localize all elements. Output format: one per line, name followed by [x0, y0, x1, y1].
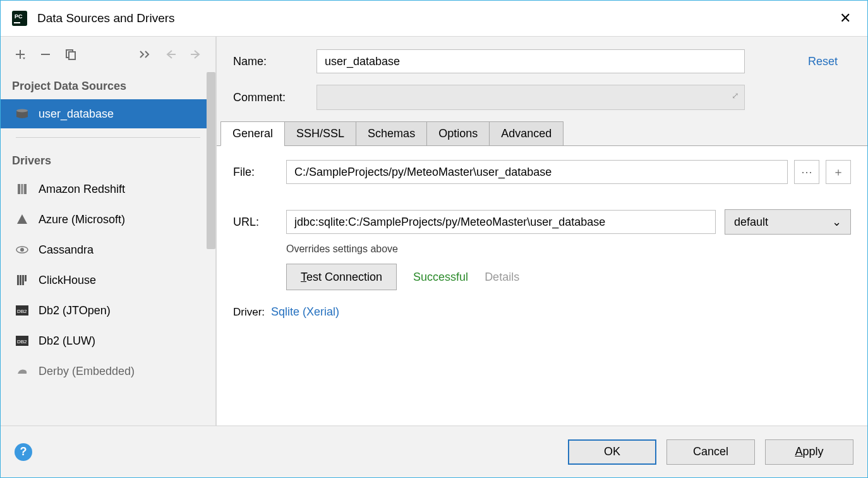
svg-text:DB2: DB2 [17, 339, 27, 345]
driver-label: Amazon Redshift [39, 183, 125, 196]
svg-rect-8 [18, 184, 20, 194]
svg-point-12 [20, 248, 24, 252]
svg-rect-14 [20, 275, 21, 285]
browse-button[interactable]: ⋯ [794, 160, 819, 184]
name-label: Name: [233, 55, 316, 68]
driver-label: Db2 (JTOpen) [39, 304, 111, 317]
name-input[interactable] [316, 49, 745, 73]
svg-point-7 [16, 109, 28, 113]
svg-rect-15 [22, 275, 24, 285]
driver-label: Derby (Embedded) [39, 365, 135, 378]
sidebar-scrollbar[interactable] [207, 72, 215, 249]
back-icon [160, 44, 181, 65]
forward-icon [185, 44, 207, 65]
comment-label: Comment: [233, 91, 316, 104]
drivers-list: Amazon Redshift Azure (Microsoft) Cassan… [1, 174, 215, 386]
redshift-icon [15, 183, 30, 195]
driver-item-derby[interactable]: Derby (Embedded) [1, 356, 215, 386]
svg-text:DB2: DB2 [17, 309, 27, 314]
file-input[interactable] [286, 160, 788, 184]
driver-label: ClickHouse [39, 274, 96, 287]
driver-label: Driver: [233, 306, 265, 319]
svg-rect-3 [14, 22, 20, 23]
data-source-item[interactable]: user_database [1, 99, 215, 128]
cassandra-icon [15, 243, 30, 256]
comment-input[interactable]: ⤢ [316, 85, 745, 110]
derby-icon [15, 365, 30, 377]
driver-label: Db2 (LUW) [39, 334, 95, 348]
driver-label: Azure (Microsoft) [39, 213, 125, 226]
url-hint: Overrides settings above [286, 243, 851, 255]
reset-link[interactable]: Reset [808, 55, 838, 68]
copy-icon[interactable] [60, 44, 81, 65]
window-title: Data Sources and Drivers [37, 11, 835, 25]
close-icon[interactable]: ✕ [835, 8, 856, 29]
clickhouse-icon [15, 274, 30, 286]
test-connection-button[interactable]: Test Connection [286, 264, 397, 290]
tab-sshssl[interactable]: SSH/SSL [284, 121, 356, 146]
svg-text:PC: PC [15, 13, 23, 20]
content-panel: Name: Reset Comment: ⤢ General SSH/SSL S… [215, 36, 867, 426]
driver-item-clickhouse[interactable]: ClickHouse [1, 265, 215, 295]
url-label: URL: [233, 216, 286, 229]
tab-schemas[interactable]: Schemas [356, 121, 427, 146]
svg-rect-9 [21, 184, 23, 194]
driver-item-azure[interactable]: Azure (Microsoft) [1, 204, 215, 235]
apply-button[interactable]: Apply [765, 439, 853, 465]
svg-rect-16 [25, 275, 27, 281]
cancel-button[interactable]: Cancel [666, 439, 755, 465]
more-icon[interactable] [135, 44, 156, 65]
db2-icon: DB2 [15, 334, 30, 347]
remove-icon[interactable] [35, 44, 56, 65]
dropdown-value: default [734, 216, 768, 229]
project-data-sources-header: Project Data Sources [1, 72, 215, 99]
drivers-header: Drivers [1, 147, 215, 174]
add-file-button[interactable]: ＋ [826, 160, 851, 184]
database-icon [15, 108, 30, 120]
driver-label: Cassandra [39, 243, 93, 257]
url-input[interactable] [286, 210, 716, 234]
chevron-down-icon: ⌄ [832, 215, 841, 229]
sidebar-toolbar [1, 37, 215, 72]
svg-rect-4 [41, 54, 50, 55]
add-icon[interactable] [9, 44, 31, 65]
driver-item-redshift[interactable]: Amazon Redshift [1, 174, 215, 204]
tabs: General SSH/SSL Schemas Options Advanced [217, 121, 867, 146]
svg-rect-6 [69, 52, 75, 59]
driver-link[interactable]: Sqlite (Xerial) [271, 305, 339, 319]
footer: ? OK Cancel Apply [1, 426, 867, 477]
sidebar: Project Data Sources user_database Drive… [1, 36, 215, 426]
driver-item-cassandra[interactable]: Cassandra [1, 235, 215, 265]
app-icon: PC [12, 11, 27, 26]
test-details-link[interactable]: Details [485, 271, 519, 284]
driver-item-db2-jtopen[interactable]: DB2 Db2 (JTOpen) [1, 295, 215, 326]
azure-icon [15, 213, 30, 226]
url-template-dropdown[interactable]: default ⌄ [725, 209, 851, 235]
db2-icon: DB2 [15, 304, 30, 317]
expand-icon[interactable]: ⤢ [732, 90, 739, 101]
data-source-label: user_database [39, 107, 114, 121]
tab-body-general: File: ⋯ ＋ URL: default ⌄ Overrides setti… [217, 146, 867, 426]
file-label: File: [233, 166, 286, 179]
svg-rect-10 [24, 184, 27, 194]
test-status: Successful [413, 271, 468, 284]
tab-general[interactable]: General [220, 121, 285, 146]
help-icon[interactable]: ? [15, 443, 32, 461]
tab-advanced[interactable]: Advanced [489, 121, 564, 146]
svg-rect-13 [17, 275, 19, 285]
tab-options[interactable]: Options [426, 121, 490, 146]
driver-item-db2-luw[interactable]: DB2 Db2 (LUW) [1, 326, 215, 356]
ok-button[interactable]: OK [568, 439, 656, 465]
titlebar: PC Data Sources and Drivers ✕ [1, 1, 867, 36]
sidebar-separator [16, 137, 200, 138]
